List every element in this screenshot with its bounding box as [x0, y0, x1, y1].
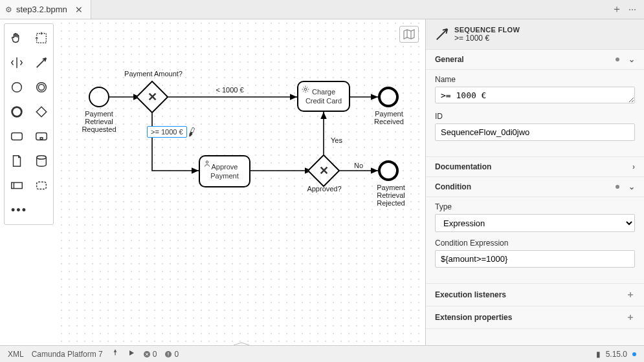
feedback-icon[interactable]: ▮	[596, 350, 601, 359]
task-tool[interactable]	[8, 127, 26, 145]
tab-bar: ⚙ step3.2.bpmn ✕ ＋ ⋯	[0, 0, 644, 19]
svg-rect-12	[36, 182, 46, 189]
properties-type: SEQUENCE FLOW	[454, 26, 520, 34]
group-tool[interactable]	[32, 176, 50, 195]
svg-point-4	[12, 107, 21, 117]
svg-rect-17	[168, 352, 169, 355]
name-input[interactable]	[435, 87, 635, 103]
condition-expr-label: Condition Expression	[435, 239, 635, 248]
flow-no-label[interactable]: No	[349, 162, 368, 169]
section-general-body: Name ID	[426, 70, 644, 157]
svg-rect-18	[168, 356, 169, 356]
service-task-icon	[301, 85, 310, 94]
gateway-amount[interactable]: ✕	[140, 85, 164, 109]
diagram-canvas[interactable]: Payment Retrieval Requested ✕ Payment Am…	[58, 19, 425, 345]
version-label: 5.15.0	[606, 350, 627, 359]
svg-rect-5	[36, 107, 47, 117]
run-icon[interactable]	[128, 349, 135, 359]
chevron-down-icon: ⌄	[628, 182, 635, 191]
name-label: Name	[435, 75, 635, 84]
sequence-flow-icon	[435, 27, 449, 41]
more-menu-button[interactable]: ⋯	[628, 5, 636, 14]
gear-icon: ⚙	[5, 5, 12, 14]
svg-rect-0	[36, 34, 46, 43]
end-event-tool[interactable]	[8, 103, 26, 121]
svg-rect-8	[40, 138, 43, 140]
gateway-approved-label: Approved?	[306, 185, 342, 193]
deploy-icon[interactable]	[111, 348, 120, 359]
section-execution-listeners-head[interactable]: Execution listeners ＋	[426, 284, 644, 306]
svg-point-14	[304, 88, 307, 90]
task-charge-credit-card[interactable]: Charge Credit Card	[297, 81, 350, 112]
section-documentation-head[interactable]: Documentation ›	[426, 157, 644, 177]
properties-panel: SEQUENCE FLOW >= 1000 € General ⌄ Name I…	[425, 19, 644, 345]
properties-header: SEQUENCE FLOW >= 1000 €	[426, 19, 644, 50]
chevron-down-icon: ⌄	[628, 55, 635, 64]
user-task-icon	[203, 159, 212, 168]
flow-yes-label[interactable]: Yes	[327, 136, 346, 144]
more-tools[interactable]: •••	[10, 201, 28, 219]
end-event-rejected[interactable]	[378, 160, 399, 181]
update-indicator-icon	[632, 352, 636, 356]
indicator-dot-icon	[616, 58, 619, 61]
tab-actions: ＋ ⋯	[612, 0, 644, 19]
flow-lt1000-label[interactable]: < 1000 €	[210, 86, 249, 94]
lasso-tool[interactable]	[32, 29, 50, 47]
tool-palette: •••	[4, 23, 54, 225]
flow-gte1000-label[interactable]: >= 1000 €	[147, 126, 187, 138]
data-object-tool[interactable]	[8, 152, 26, 170]
hand-tool[interactable]	[8, 29, 26, 47]
condition-type-select[interactable]: Expression	[435, 214, 635, 232]
svg-point-13	[206, 161, 208, 164]
connect-tool[interactable]	[32, 54, 50, 72]
id-input[interactable]	[435, 123, 635, 141]
condition-expr-input[interactable]	[435, 250, 635, 268]
errors-badge[interactable]: 0	[143, 350, 157, 359]
start-event-tool[interactable]	[8, 78, 26, 96]
gateway-amount-label: Payment Amount?	[121, 70, 186, 78]
tab-filename: step3.2.bpmn	[16, 5, 67, 14]
properties-name: >= 1000 €	[454, 34, 520, 43]
add-icon[interactable]: ＋	[626, 312, 635, 323]
minimap-button[interactable]	[399, 26, 419, 43]
warnings-badge[interactable]: 0	[164, 350, 179, 359]
end-event-received[interactable]	[378, 87, 399, 107]
svg-point-9	[36, 156, 46, 160]
section-condition-head[interactable]: Condition ⌄	[426, 177, 644, 197]
intermediate-event-tool[interactable]	[32, 78, 50, 96]
workspace: ••• Payment Retrieval Requested	[0, 19, 644, 345]
end-event-rejected-label: Payment Retrieval Rejected	[365, 184, 417, 207]
subprocess-tool[interactable]	[32, 127, 50, 145]
indicator-dot-icon	[616, 185, 619, 189]
status-bar: XML Camunda Platform 7 0 0 ▮ 5.15.0	[0, 345, 644, 362]
section-general-head[interactable]: General ⌄	[426, 50, 644, 70]
start-event[interactable]	[89, 87, 109, 107]
task-approve-payment[interactable]: Approve Payment	[199, 155, 250, 187]
color-picker-icon[interactable]: 🖌	[186, 125, 198, 138]
section-condition-body: Type Expression Condition Expression	[426, 197, 644, 284]
platform-label[interactable]: Camunda Platform 7	[32, 350, 103, 359]
participant-tool[interactable]	[8, 176, 26, 195]
space-tool[interactable]	[8, 54, 26, 72]
add-icon[interactable]: ＋	[626, 289, 635, 301]
gateway-tool[interactable]	[32, 103, 50, 121]
xml-toggle[interactable]: XML	[8, 350, 24, 359]
svg-rect-6	[11, 133, 22, 140]
end-event-received-label: Payment Received	[370, 110, 408, 125]
add-tab-button[interactable]: ＋	[612, 3, 622, 16]
svg-point-1	[12, 83, 21, 92]
file-tab[interactable]: ⚙ step3.2.bpmn ✕	[0, 0, 91, 19]
start-event-label: Payment Retrieval Requested	[78, 110, 120, 133]
chevron-right-icon: ›	[632, 162, 635, 171]
gateway-approved[interactable]: ✕	[312, 159, 335, 182]
svg-rect-10	[11, 182, 22, 188]
condition-type-label: Type	[435, 202, 635, 211]
data-store-tool[interactable]	[32, 152, 50, 170]
svg-point-3	[38, 84, 44, 90]
section-extension-properties-head[interactable]: Extension properties ＋	[426, 306, 644, 329]
panel-resize-handle[interactable]	[228, 339, 254, 343]
close-icon[interactable]: ✕	[75, 5, 83, 15]
id-label: ID	[435, 112, 635, 121]
